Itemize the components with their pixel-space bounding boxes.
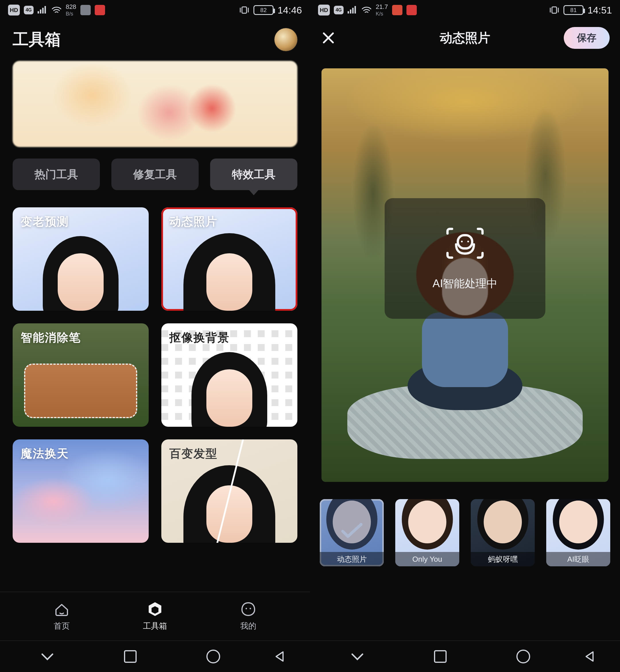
editor-title: 动态照片	[440, 30, 490, 47]
promo-banner[interactable]	[13, 61, 297, 147]
svg-point-8	[249, 608, 251, 609]
tab-hot-tools[interactable]: 热门工具	[13, 158, 100, 190]
network-speed: 828B/s	[66, 3, 76, 17]
thumb-label: AI眨眼	[546, 552, 610, 566]
processing-overlay: AI智能处理中	[384, 198, 546, 319]
editor-header: 动态照片 保存	[310, 20, 620, 56]
wifi-icon	[361, 6, 372, 14]
nav-keyboard-hide[interactable]	[334, 649, 380, 665]
thumb-only-you[interactable]: Only You	[395, 499, 459, 566]
toolbox-screen: HD 4G 828B/s 82 14:46	[0, 0, 310, 672]
svg-point-15	[461, 241, 463, 242]
tool-grid: 变老预测 动态照片 智能消除笔 抠像换背景 魔法换天 百变发型	[13, 207, 297, 591]
live-photo-editor-screen: HD 4G 21.7K/s 81 14:51	[310, 0, 620, 672]
app-bottom-nav: 首页 工具箱 我的	[0, 591, 310, 640]
thumb-label: 蚂蚁呀嘿	[471, 552, 535, 566]
svg-rect-9	[348, 11, 349, 13]
processing-text: AI智能处理中	[432, 276, 498, 291]
signal-icon	[38, 6, 47, 14]
svg-rect-11	[352, 8, 354, 13]
network-indicator: 4G	[24, 6, 34, 14]
face-scan-icon	[446, 226, 484, 263]
network-speed: 21.7K/s	[376, 3, 388, 17]
category-tabs: 热门工具 修复工具 特效工具	[13, 158, 297, 190]
network-indicator: 4G	[334, 6, 344, 14]
dock-me[interactable]: 我的	[240, 601, 256, 631]
page-title: 工具箱	[13, 29, 61, 51]
nav-recent[interactable]	[417, 649, 463, 665]
svg-rect-12	[355, 6, 356, 13]
signal-icon	[348, 6, 357, 14]
tab-repair-tools[interactable]: 修复工具	[111, 158, 199, 190]
effect-thumbnails: 动态照片 Only You 蚂蚁呀嘿 AI眨眼	[320, 499, 610, 566]
dock-home[interactable]: 首页	[54, 601, 70, 631]
dock-label: 我的	[240, 621, 256, 631]
svg-rect-1	[40, 9, 41, 13]
dock-toolbox[interactable]: 工具箱	[143, 601, 167, 631]
toolbox-header: 工具箱	[0, 20, 310, 54]
wifi-icon	[51, 6, 62, 14]
clock: 14:46	[277, 5, 302, 16]
hd-indicator: HD	[318, 5, 330, 15]
vibrate-icon	[239, 6, 249, 14]
svg-rect-3	[45, 6, 46, 13]
dock-label: 工具箱	[143, 621, 167, 631]
card-label: 魔法换天	[21, 446, 69, 462]
svg-rect-14	[458, 235, 472, 248]
app-badge-icon	[81, 5, 91, 15]
battery-indicator: 81	[563, 5, 583, 15]
svg-rect-13	[552, 7, 557, 13]
system-nav-bar	[0, 640, 310, 672]
card-sky-swap[interactable]: 魔法换天	[13, 439, 149, 543]
dock-label: 首页	[54, 621, 70, 631]
status-bar: HD 4G 21.7K/s 81 14:51	[310, 0, 620, 20]
nav-back[interactable]	[583, 650, 596, 663]
nav-home[interactable]	[190, 649, 236, 665]
tab-effects-tools[interactable]: 特效工具	[210, 158, 297, 190]
svg-rect-10	[350, 9, 351, 13]
close-button[interactable]	[320, 30, 337, 46]
nav-keyboard-hide[interactable]	[24, 649, 70, 665]
card-hair-style[interactable]: 百变发型	[161, 439, 297, 543]
user-avatar[interactable]	[274, 28, 297, 51]
nav-home[interactable]	[500, 649, 546, 665]
svg-point-16	[467, 241, 469, 242]
vibrate-icon	[549, 6, 559, 14]
svg-rect-2	[42, 8, 44, 13]
home-icon	[54, 601, 70, 617]
battery-indicator: 82	[253, 5, 273, 15]
status-bar: HD 4G 828B/s 82 14:46	[0, 0, 310, 20]
save-button[interactable]: 保存	[564, 27, 610, 49]
hd-indicator: HD	[8, 5, 20, 15]
thumb-live-photo[interactable]: 动态照片	[320, 499, 384, 566]
app-badge-icon	[392, 5, 402, 15]
svg-rect-0	[38, 11, 39, 13]
card-live-photo[interactable]: 动态照片	[161, 207, 297, 311]
card-aging-predict[interactable]: 变老预测	[13, 207, 149, 311]
face-icon	[240, 601, 256, 617]
system-nav-bar	[310, 640, 620, 672]
card-bg-swap[interactable]: 抠像换背景	[161, 323, 297, 427]
preview-image: AI智能处理中	[321, 68, 609, 482]
svg-rect-4	[242, 7, 247, 13]
thumb-label: Only You	[395, 552, 459, 566]
nav-back[interactable]	[273, 650, 286, 663]
clock: 14:51	[587, 5, 612, 16]
thumb-ai-blink[interactable]: AI眨眼	[546, 499, 610, 566]
thumb-label: 动态照片	[320, 552, 384, 566]
svg-point-7	[246, 608, 247, 609]
card-label: 智能消除笔	[21, 330, 81, 345]
card-smart-eraser[interactable]: 智能消除笔	[13, 323, 149, 427]
nav-recent[interactable]	[107, 649, 153, 665]
thumb-mayi-yahei[interactable]: 蚂蚁呀嘿	[471, 499, 535, 566]
toolbox-icon	[147, 601, 163, 617]
weibo-icon	[406, 5, 417, 15]
weibo-icon	[95, 5, 105, 15]
